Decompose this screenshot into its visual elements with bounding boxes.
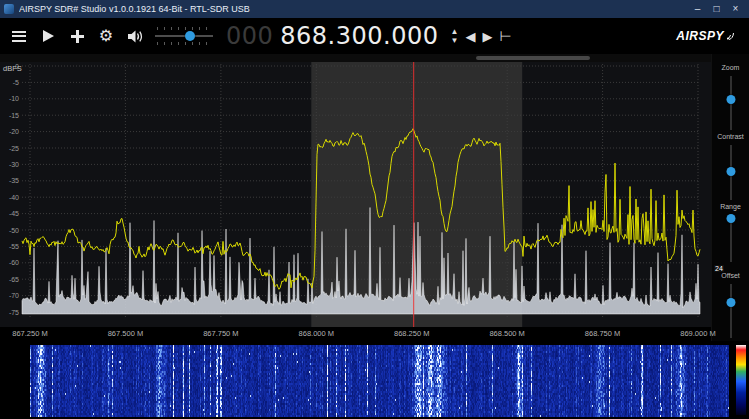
volume-track bbox=[155, 35, 213, 37]
frequency-value[interactable]: 868.300.000 bbox=[280, 22, 438, 50]
snap-to-grid-button[interactable]: ⊢ bbox=[499, 28, 511, 44]
plus-icon bbox=[71, 30, 84, 43]
svg-text:dBFS: dBFS bbox=[3, 64, 22, 73]
contrast-control: Contrast bbox=[712, 133, 749, 202]
minimize-button[interactable]: – bbox=[688, 0, 707, 18]
svg-text:-35: -35 bbox=[9, 177, 19, 184]
app-icon bbox=[4, 4, 14, 14]
waterfall-gradient-legend[interactable] bbox=[736, 345, 746, 415]
sdr-studio-window: AIRSPY SDR# Studio v1.0.0.1921 64-Bit - … bbox=[0, 0, 749, 419]
audio-button[interactable] bbox=[124, 22, 146, 50]
zoom-label: Zoom bbox=[722, 64, 740, 71]
spectrum-scrollbar[interactable] bbox=[0, 54, 711, 62]
svg-text:-5: -5 bbox=[13, 79, 19, 86]
spectrum-panel: 0-5-10-15-20-25-30-35-40-45-50-55-60-65-… bbox=[0, 54, 711, 341]
offset-control: Offset bbox=[712, 272, 749, 341]
contrast-label: Contrast bbox=[717, 133, 743, 140]
spinner-down-icon[interactable]: ▼ bbox=[451, 36, 459, 45]
maximize-button[interactable]: □ bbox=[707, 0, 726, 18]
svg-text:-25: -25 bbox=[9, 145, 19, 152]
frequency-leading-zeros: 000 bbox=[226, 22, 273, 50]
zoom-slider-thumb[interactable] bbox=[726, 95, 735, 104]
airspy-logo: AIRSPY bbox=[676, 29, 737, 43]
airspy-logo-text: AIRSPY bbox=[676, 29, 724, 43]
offset-slider[interactable] bbox=[712, 282, 749, 341]
svg-text:-45: -45 bbox=[9, 210, 19, 217]
start-button[interactable] bbox=[37, 22, 59, 50]
volume-ticks bbox=[157, 27, 211, 30]
volume-thumb[interactable] bbox=[185, 31, 195, 41]
svg-text:-20: -20 bbox=[9, 128, 19, 135]
svg-text:-10: -10 bbox=[9, 95, 19, 102]
play-icon bbox=[43, 30, 54, 42]
offset-slider-track[interactable] bbox=[730, 284, 732, 338]
step-up-button[interactable]: ▶ bbox=[482, 29, 492, 44]
contrast-slider[interactable] bbox=[712, 143, 749, 202]
titlebar[interactable]: AIRSPY SDR# Studio v1.0.0.1921 64-Bit - … bbox=[0, 0, 749, 18]
close-button[interactable]: × bbox=[726, 0, 745, 18]
display-controls-sidebar: Zoom Contrast Range 24 bbox=[711, 54, 749, 341]
frequency-tick-label: 867.250 M bbox=[12, 329, 47, 338]
frequency-spinner[interactable]: ▲ ▼ bbox=[451, 27, 459, 45]
main-content: 0-5-10-15-20-25-30-35-40-45-50-55-60-65-… bbox=[0, 54, 749, 341]
frequency-tick-label: 868.500 M bbox=[489, 329, 524, 338]
range-value: 24 bbox=[714, 265, 724, 272]
range-label: Range bbox=[720, 203, 741, 210]
frequency-tick-label: 869.000 M bbox=[680, 329, 715, 338]
spectrum-scrollbar-thumb[interactable] bbox=[476, 56, 590, 60]
step-down-button[interactable]: ◀ bbox=[465, 29, 475, 44]
volume-slider[interactable] bbox=[155, 26, 213, 46]
waterfall-display[interactable] bbox=[30, 345, 729, 417]
offset-label: Offset bbox=[721, 272, 740, 279]
spectrum-display[interactable]: 0-5-10-15-20-25-30-35-40-45-50-55-60-65-… bbox=[0, 62, 711, 327]
range-slider[interactable] bbox=[712, 213, 749, 265]
svg-text:-65: -65 bbox=[9, 276, 19, 283]
spinner-up-icon[interactable]: ▲ bbox=[451, 27, 459, 36]
waterfall-panel bbox=[0, 341, 749, 419]
radio-waves-icon bbox=[726, 29, 737, 40]
speaker-icon bbox=[127, 29, 144, 44]
svg-text:-75: -75 bbox=[9, 309, 19, 316]
frequency-tick-label: 868.000 M bbox=[299, 329, 334, 338]
add-panel-button[interactable] bbox=[66, 22, 88, 50]
window-title: AIRSPY SDR# Studio v1.0.0.1921 64-Bit - … bbox=[19, 4, 688, 14]
svg-text:-70: -70 bbox=[9, 292, 19, 299]
svg-text:-60: -60 bbox=[9, 259, 19, 266]
settings-button[interactable]: ⚙ bbox=[95, 22, 117, 50]
svg-text:-15: -15 bbox=[9, 112, 19, 119]
frequency-tick-label: 868.750 M bbox=[585, 329, 620, 338]
zoom-slider[interactable] bbox=[712, 74, 749, 133]
gear-icon: ⚙ bbox=[99, 28, 113, 44]
zoom-control: Zoom bbox=[712, 64, 749, 133]
frequency-display[interactable]: 000 868.300.000 bbox=[226, 22, 439, 50]
hamburger-icon bbox=[12, 28, 26, 44]
frequency-tick-label: 867.750 M bbox=[203, 329, 238, 338]
waterfall-left-gap bbox=[0, 345, 30, 419]
svg-text:-30: -30 bbox=[9, 161, 19, 168]
svg-text:-40: -40 bbox=[9, 194, 19, 201]
svg-text:-55: -55 bbox=[9, 243, 19, 250]
contrast-slider-thumb[interactable] bbox=[726, 167, 735, 176]
offset-slider-thumb[interactable] bbox=[726, 298, 735, 307]
svg-text:-50: -50 bbox=[9, 227, 19, 234]
volume-ticks bbox=[157, 42, 211, 45]
range-slider-thumb[interactable] bbox=[726, 214, 735, 223]
frequency-axis: 867.250 M867.500 M867.750 M868.000 M868.… bbox=[0, 327, 711, 341]
range-control: Range 24 bbox=[712, 203, 749, 272]
menu-button[interactable] bbox=[8, 22, 30, 50]
frequency-tick-label: 868.250 M bbox=[394, 329, 429, 338]
frequency-tick-label: 867.500 M bbox=[108, 329, 143, 338]
toolbar: ⚙ 000 868.300.000 ▲ ▼ ◀ ▶ ⊢ AIRSPY bbox=[0, 18, 749, 54]
